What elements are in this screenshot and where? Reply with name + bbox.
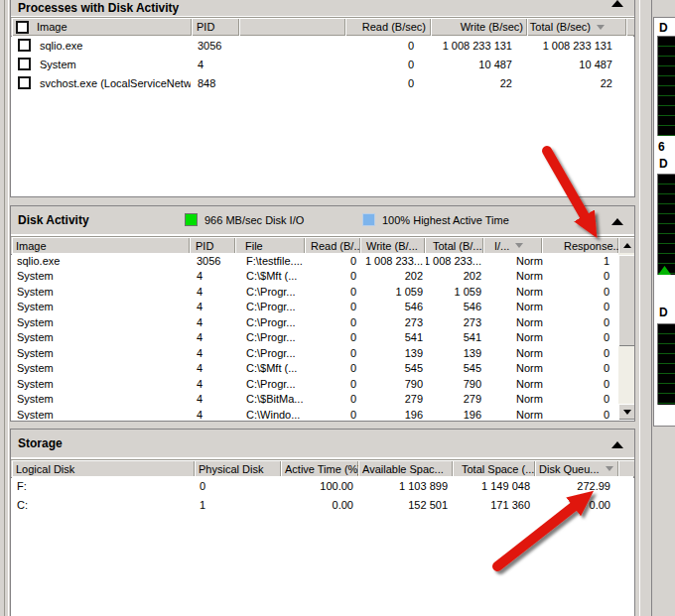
- cell-pid: 3056: [191, 253, 236, 269]
- cell-image: sqlio.exe: [34, 36, 191, 55]
- cell-write: 790: [361, 376, 426, 392]
- scrollbar-thumb[interactable]: [618, 255, 635, 346]
- cell-io: Normal: [484, 269, 543, 285]
- disk-table-body: sqlio.exe3056F:\testfile....01 008 233..…: [12, 253, 618, 420]
- column-header-total[interactable]: Total (B/...: [425, 237, 483, 254]
- cell-available: 1 103 899: [359, 476, 454, 495]
- cell-pid: 4: [193, 55, 240, 73]
- table-row[interactable]: System4C:\Progr...0546546Normal0: [12, 300, 618, 315]
- column-header-pid[interactable]: PID: [192, 18, 239, 36]
- row-checkbox[interactable]: [18, 76, 31, 89]
- cell-queue: 0.00: [536, 495, 619, 514]
- graphs-panel-sliver: D 6 D D: [653, 17, 675, 427]
- chevron-up-icon: [611, 218, 623, 225]
- cell-response: 0: [543, 376, 618, 392]
- table-row[interactable]: C:10.00152 501171 3600.00: [12, 495, 633, 514]
- column-header-blank: [239, 18, 345, 36]
- disk-io-legend-label: 966 MB/sec Disk I/O: [204, 214, 304, 226]
- table-row[interactable]: System4C:\$BitMa...0279279Normal0: [12, 392, 618, 408]
- select-all-checkbox[interactable]: [16, 21, 29, 34]
- disk-graph-1: [657, 36, 675, 136]
- column-header-write[interactable]: Write (B/sec): [431, 18, 527, 36]
- cell-response: 0: [543, 314, 618, 330]
- storage-panel: Storage Logical Disk Physical Disk Activ…: [10, 429, 635, 616]
- column-header-image[interactable]: Image: [12, 18, 192, 36]
- table-row[interactable]: F:0100.001 103 8991 149 048272.99: [12, 476, 633, 495]
- cell-total: 790: [426, 376, 484, 392]
- table-row[interactable]: System4010 48710 487: [12, 55, 633, 73]
- cell-read: 0: [306, 253, 361, 269]
- scrollbar-down-button[interactable]: [618, 404, 635, 420]
- cell-write: 279: [361, 392, 426, 408]
- chevron-up-icon: [611, 441, 623, 448]
- column-header-write[interactable]: Write (B/...: [360, 237, 425, 254]
- table-row[interactable]: svchost.exe (LocalServiceNetwo...8480222…: [12, 73, 633, 92]
- cell-write: 1 059: [361, 284, 426, 300]
- collapse-panel-button[interactable]: [610, 438, 624, 448]
- processes-table-body: sqlio.exe305601 008 233 1311 008 233 131…: [12, 36, 633, 195]
- collapse-panel-button[interactable]: [610, 215, 624, 225]
- table-row[interactable]: System4C:\Progr...01 0591 059Normal0: [12, 284, 618, 300]
- disk-activity-panel: Disk Activity 966 MB/sec Disk I/O 100% H…: [10, 205, 635, 422]
- resource-monitor-disk-view: Processes with Disk Activity Image PID R…: [0, 0, 675, 616]
- cell-pid: 4: [191, 392, 236, 408]
- column-header-image[interactable]: Image: [12, 237, 190, 254]
- column-label: File: [245, 240, 263, 252]
- column-header-physical-disk[interactable]: Physical Disk: [195, 460, 281, 477]
- cell-response: 0: [543, 345, 618, 361]
- cell-read: 0: [337, 73, 422, 92]
- table-row[interactable]: System4C:\$Mft (...0202202Normal0: [12, 269, 618, 285]
- column-header-total[interactable]: Total (B/sec): [527, 18, 626, 36]
- cell-total: 1 008 233 131: [518, 36, 617, 55]
- cell-write: 1 008 233...: [361, 253, 426, 269]
- column-header-io-priority[interactable]: I/...: [483, 237, 542, 254]
- column-header-logical-disk[interactable]: Logical Disk: [12, 460, 195, 477]
- column-label: Physical Disk: [199, 463, 263, 475]
- table-row[interactable]: System4C:\Progr...0139139Normal0: [12, 345, 618, 361]
- panel-title: Storage: [18, 436, 63, 450]
- column-header-read[interactable]: Read (B/sec): [345, 18, 431, 36]
- cell-image: System: [13, 269, 190, 285]
- row-checkbox[interactable]: [18, 39, 31, 52]
- cell-write: 196: [361, 407, 426, 420]
- column-header-response-time[interactable]: Response...: [542, 237, 618, 254]
- table-row[interactable]: sqlio.exe305601 008 233 1311 008 233 131: [12, 36, 633, 55]
- column-header-active-time[interactable]: Active Time (%): [281, 460, 358, 477]
- table-row[interactable]: System4C:\$Mft (...0545545Normal0: [12, 361, 618, 377]
- column-header-file[interactable]: File: [235, 237, 305, 254]
- panel-title: Processes with Disk Activity: [18, 1, 179, 15]
- cell-response: 0: [543, 284, 618, 300]
- cell-file: C:\Progr...: [236, 345, 306, 361]
- table-row[interactable]: System4C:\Progr...0790790Normal0: [12, 376, 618, 392]
- column-label: Response...: [564, 240, 618, 252]
- table-row[interactable]: System4C:\Windo...0196196Normal0: [12, 407, 618, 420]
- graph3-title: D: [659, 306, 668, 319]
- vertical-splitter[interactable]: [639, 0, 652, 616]
- graph-data-spike: [658, 266, 671, 275]
- cell-io: Normal: [484, 345, 543, 361]
- table-row[interactable]: sqlio.exe3056F:\testfile....01 008 233..…: [12, 253, 618, 269]
- cell-available: 152 501: [359, 495, 454, 514]
- column-header-read[interactable]: Read (B/...: [305, 237, 360, 254]
- disk-activity-titlebar: Disk Activity 966 MB/sec Disk I/O 100% H…: [11, 206, 634, 234]
- cell-file: C:\Progr...: [236, 376, 306, 392]
- column-header-available-space[interactable]: Available Spac...: [358, 460, 453, 477]
- cell-file: C:\Progr...: [236, 330, 306, 346]
- cell-image: System: [34, 55, 191, 73]
- collapse-panel-button[interactable]: [610, 0, 624, 7]
- sort-indicator-icon: [597, 25, 605, 30]
- column-header-pid[interactable]: PID: [190, 237, 235, 254]
- table-row[interactable]: System4C:\Progr...0541541Normal0: [12, 330, 618, 346]
- column-label: PID: [197, 21, 214, 33]
- column-header-disk-queue[interactable]: Disk Queu...: [535, 460, 618, 477]
- cell-io: Normal: [484, 314, 543, 330]
- table-row[interactable]: System4C:\Progr...0273273Normal0: [12, 314, 618, 330]
- column-header-total-space[interactable]: Total Space (...: [453, 460, 535, 477]
- chevron-up-icon: [611, 0, 623, 7]
- row-checkbox[interactable]: [18, 58, 31, 70]
- column-label: PID: [196, 240, 213, 252]
- scrollbar-up-button[interactable]: [618, 237, 635, 254]
- cell-total: 279: [426, 392, 484, 408]
- cell-image: System: [13, 392, 190, 408]
- cell-write: 139: [361, 345, 426, 361]
